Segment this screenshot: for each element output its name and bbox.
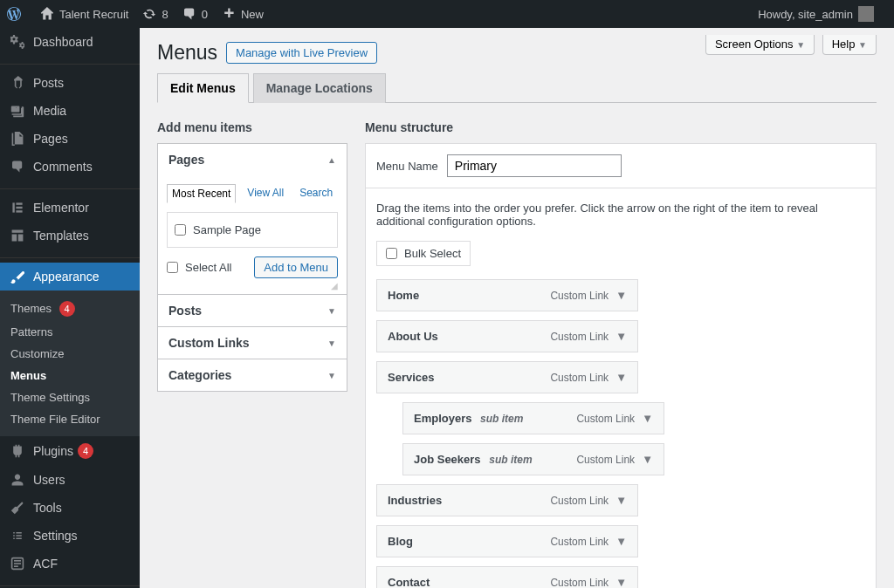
page-title: Menus [157, 41, 217, 65]
inner-tab-recent[interactable]: Most Recent [167, 184, 236, 203]
wrench-icon [9, 501, 26, 515]
accordion-categories[interactable]: Categories▼ [158, 359, 347, 391]
menu-item-employers[interactable]: Employers sub item Custom Link ▼ [402, 402, 664, 434]
page-item-sample[interactable]: Sample Page [175, 220, 330, 240]
appearance-submenu: Themes 4 Patterns Customize Menus Theme … [0, 291, 140, 436]
chevron-down-icon[interactable]: ▼ [615, 494, 627, 507]
help-text: Drag the items into the order you prefer… [376, 202, 865, 228]
media-icon [9, 104, 26, 118]
menu-settings[interactable]: Settings [0, 522, 140, 550]
screen-options-button[interactable]: Screen Options ▼ [705, 35, 815, 55]
svg-rect-5 [14, 560, 21, 562]
avatar [858, 6, 874, 22]
bulk-select-top[interactable]: Bulk Select [376, 241, 471, 266]
pages-icon [9, 132, 26, 146]
menu-item-contact[interactable]: Contact Custom Link ▼ [376, 566, 638, 588]
menu-item-jobseekers[interactable]: Job Seekers sub item Custom Link ▼ [402, 443, 664, 475]
menu-name-label: Menu Name [376, 160, 438, 173]
templates-icon [9, 229, 26, 243]
inner-tab-search[interactable]: Search [295, 184, 337, 203]
chevron-down-icon[interactable]: ▼ [615, 371, 627, 384]
submenu-theme-settings[interactable]: Theme Settings [0, 386, 140, 408]
chevron-down-icon: ▼ [858, 40, 867, 50]
menu-acf[interactable]: ACF [0, 550, 140, 578]
bulk-checkbox[interactable] [386, 248, 397, 259]
main-content: Screen Options ▼ Help ▼ Menus Manage wit… [140, 28, 894, 588]
svg-rect-6 [14, 563, 21, 564]
chevron-down-icon[interactable]: ▼ [642, 453, 653, 466]
tab-edit-menus[interactable]: Edit Menus [157, 73, 249, 103]
wp-logo[interactable] [0, 0, 33, 28]
add-to-menu-button[interactable]: Add to Menu [254, 256, 338, 278]
live-preview-button[interactable]: Manage with Live Preview [226, 42, 377, 64]
user-icon [9, 473, 26, 487]
accordion-posts[interactable]: Posts▼ [158, 294, 347, 326]
page-checkbox[interactable] [175, 224, 186, 236]
menu-media[interactable]: Media [0, 97, 140, 125]
menu-tools[interactable]: Tools [0, 494, 140, 522]
structure-heading: Menu structure [365, 120, 877, 134]
svg-rect-0 [12, 202, 14, 212]
site-name-link[interactable]: Talent Recruit [33, 0, 135, 28]
svg-rect-3 [16, 210, 22, 212]
chevron-down-icon: ▼ [327, 306, 336, 316]
update-icon [142, 7, 156, 21]
svg-rect-1 [16, 202, 22, 204]
submenu-themes[interactable]: Themes 4 [0, 297, 140, 321]
chevron-down-icon: ▼ [327, 371, 336, 380]
select-all[interactable]: Select All [167, 257, 231, 277]
menu-elementor[interactable]: Elementor [0, 194, 140, 222]
chevron-down-icon[interactable]: ▼ [615, 535, 627, 548]
chevron-down-icon[interactable]: ▼ [615, 576, 627, 588]
comments-link[interactable]: 0 [175, 0, 215, 28]
add-items-accordion: Pages▲ Most Recent View All Search Sampl… [157, 143, 347, 392]
new-content-link[interactable]: New [215, 0, 271, 28]
brush-icon [9, 270, 26, 284]
menu-name-input[interactable] [447, 154, 622, 177]
menu-item-blog[interactable]: Blog Custom Link ▼ [376, 525, 638, 557]
menu-dashboard[interactable]: Dashboard [0, 28, 140, 56]
menu-templates[interactable]: Templates [0, 222, 140, 250]
menu-comments[interactable]: Comments [0, 153, 140, 181]
plus-icon [222, 7, 236, 21]
menu-plugins[interactable]: Plugins 4 [0, 436, 140, 466]
chevron-down-icon: ▼ [327, 338, 336, 348]
chevron-down-icon[interactable]: ▼ [642, 412, 653, 425]
resize-handle[interactable] [167, 278, 338, 285]
submenu-patterns[interactable]: Patterns [0, 321, 140, 343]
pin-icon [9, 76, 26, 90]
account-link[interactable]: Howdy, site_admin [751, 0, 881, 28]
chevron-up-icon: ▲ [327, 155, 336, 165]
inner-tab-view-all[interactable]: View All [243, 184, 288, 203]
add-items-heading: Add menu items [157, 120, 347, 134]
submenu-theme-editor[interactable]: Theme File Editor [0, 408, 140, 430]
dashboard-icon [9, 35, 26, 49]
menu-item-industries[interactable]: Industries Custom Link ▼ [376, 484, 638, 516]
admin-topbar: Talent Recruit 8 0 New Howdy, site_admin [0, 0, 894, 28]
updates-link[interactable]: 8 [135, 0, 175, 28]
menu-item-about[interactable]: About Us Custom Link ▼ [376, 320, 638, 352]
chevron-down-icon[interactable]: ▼ [615, 330, 627, 343]
menu-users[interactable]: Users [0, 466, 140, 494]
chevron-down-icon[interactable]: ▼ [615, 289, 627, 302]
accordion-custom-links[interactable]: Custom Links▼ [158, 326, 347, 359]
svg-rect-2 [16, 207, 22, 209]
elementor-icon [9, 201, 26, 215]
help-button[interactable]: Help ▼ [822, 35, 877, 55]
submenu-menus[interactable]: Menus [0, 365, 140, 386]
menu-item-services[interactable]: Services Custom Link ▼ [376, 361, 638, 393]
menu-posts[interactable]: Posts [0, 69, 140, 97]
submenu-customize[interactable]: Customize [0, 343, 140, 365]
acf-icon [9, 557, 26, 571]
menu-pages[interactable]: Pages [0, 125, 140, 153]
select-all-checkbox[interactable] [167, 262, 178, 273]
chevron-down-icon: ▼ [796, 40, 805, 50]
menu-item-home[interactable]: Home Custom Link ▼ [376, 279, 638, 311]
tab-manage-locations[interactable]: Manage Locations [253, 73, 386, 103]
menu-appearance[interactable]: Appearance [0, 263, 140, 291]
comment-icon [182, 7, 196, 21]
accordion-pages[interactable]: Pages▲ [158, 144, 347, 175]
menu-structure-panel: Menu Name Drag the items into the order … [365, 143, 877, 588]
nav-tabs: Edit Menus Manage Locations [157, 73, 877, 103]
svg-rect-7 [14, 565, 18, 567]
